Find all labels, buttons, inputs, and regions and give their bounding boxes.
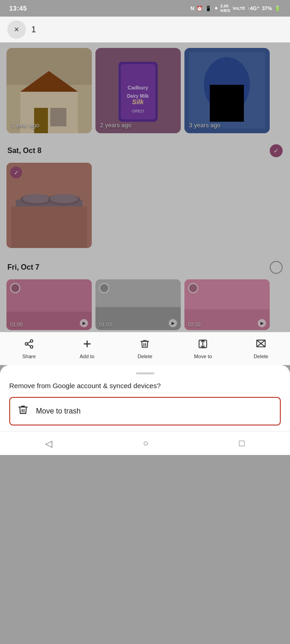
data-speed: 2.00KB/S	[220, 4, 231, 13]
svg-text:Silk: Silk	[132, 98, 144, 106]
date-label-fri: Fri, Oct 7	[7, 263, 39, 272]
video-play-3[interactable]: ▶	[258, 319, 266, 327]
volte-icon: VoLTE	[233, 6, 245, 11]
svg-rect-16	[210, 85, 244, 122]
photo-grid-sat: ✓	[0, 161, 290, 250]
video-duration-1: 01:05	[10, 322, 23, 327]
memories-row: 1 year ago Cadbury Dairy Milk Silk OREO …	[0, 42, 290, 139]
clothes-photo	[184, 48, 270, 133]
close-button[interactable]: ×	[7, 20, 26, 39]
memory-thumb-house[interactable]: 1 year ago	[6, 48, 92, 133]
move-to-trash-button[interactable]: Move to trash	[9, 397, 281, 425]
memory-label-3years: 3 years ago	[189, 122, 220, 129]
memory-label-2years: 2 years ago	[100, 122, 131, 129]
video-thumb-3[interactable]: 02:32 ▶	[184, 279, 270, 330]
selected-check: ✓	[10, 166, 22, 178]
video-select-1[interactable]	[10, 283, 20, 293]
delete-icon	[140, 339, 150, 352]
toolbar-move[interactable]: Move to	[187, 339, 219, 359]
video-duration-3: 02:32	[188, 322, 201, 327]
memory-thumb-clothes[interactable]: 3 years ago	[184, 48, 270, 133]
toolbar-delete2[interactable]: Delete	[245, 339, 277, 359]
date-section-sat: Sat, Oct 8 ✓	[0, 139, 290, 161]
top-bar: × 1	[0, 17, 290, 42]
svg-text:Cadbury: Cadbury	[128, 85, 149, 90]
toolbar-add[interactable]: Add to	[71, 339, 103, 359]
svg-text:OREO: OREO	[132, 109, 144, 113]
toolbar-delete-label: Delete	[138, 354, 153, 359]
nav-bar: ◁ ○ □	[0, 431, 290, 455]
network-icon: ↑4G⁺	[248, 6, 260, 12]
bottom-sheet: Remove from Google account & synced devi…	[0, 365, 290, 431]
close-icon: ×	[14, 25, 19, 35]
svg-rect-4	[34, 108, 48, 133]
recent-nav-icon[interactable]: □	[239, 438, 245, 449]
video-select-3[interactable]	[188, 283, 198, 293]
date-check-sat[interactable]: ✓	[270, 144, 283, 157]
sheet-handle	[136, 372, 154, 374]
video-thumb-2[interactable]: 01:03 ▶	[95, 279, 181, 330]
svg-line-34	[28, 341, 30, 343]
back-nav-icon[interactable]: ◁	[45, 438, 52, 449]
vibrate-icon: 📳	[205, 6, 212, 12]
toolbar-delete[interactable]: Delete	[129, 339, 161, 359]
move-to-trash-label: Move to trash	[36, 407, 81, 415]
fri-row: 01:05 ▶ 01:03 ▶ 02:32 ▶	[0, 278, 290, 332]
house-photo	[6, 48, 92, 133]
selection-count: 1	[31, 25, 36, 35]
add-icon	[82, 339, 92, 352]
nfc-icon: N	[190, 6, 194, 11]
memory-label-1year: 1 year ago	[11, 122, 39, 129]
sheet-question: Remove from Google account & synced devi…	[9, 382, 281, 390]
toolbar-add-label: Add to	[80, 354, 95, 359]
video-thumb-1[interactable]: 01:05 ▶	[6, 279, 92, 330]
home-nav-icon[interactable]: ○	[143, 438, 148, 449]
status-bar: 13:45 N ⏰ 📳 ✦ 2.00KB/S VoLTE ↑4G⁺ 37% 🔋	[0, 0, 290, 17]
main-content: 1 year ago Cadbury Dairy Milk Silk OREO …	[0, 42, 290, 332]
chocolate-photo: Cadbury Dairy Milk Silk OREO	[95, 48, 181, 133]
svg-rect-5	[50, 108, 66, 126]
share-icon	[24, 339, 34, 352]
date-label-sat: Sat, Oct 8	[7, 147, 41, 155]
video-play-2[interactable]: ▶	[169, 319, 177, 327]
battery-percent: 37%	[262, 6, 272, 11]
toolbar-delete2-label: Delete	[254, 354, 268, 359]
status-time: 13:45	[9, 5, 27, 12]
delete2-icon	[256, 339, 266, 352]
video-duration-2: 01:03	[99, 322, 112, 327]
status-icons: N ⏰ 📳 ✦ 2.00KB/S VoLTE ↑4G⁺ 37% 🔋	[190, 4, 281, 13]
svg-line-33	[28, 344, 30, 346]
bluetooth-icon: ✦	[214, 6, 218, 12]
battery-icon: 🔋	[274, 6, 281, 12]
memory-thumb-chocolate[interactable]: Cadbury Dairy Milk Silk OREO 2 years ago	[95, 48, 181, 133]
toolbar-share[interactable]: Share	[13, 339, 45, 359]
toolbar-share-label: Share	[22, 354, 36, 359]
move-icon	[198, 339, 208, 352]
toolbar-move-label: Move to	[194, 354, 212, 359]
trash-icon	[18, 404, 29, 418]
video-select-2[interactable]	[99, 283, 109, 293]
date-circle-fri[interactable]	[270, 261, 283, 274]
alarm-icon: ⏰	[196, 6, 203, 12]
date-section-fri: Fri, Oct 7	[0, 255, 290, 278]
video-play-1[interactable]: ▶	[80, 319, 88, 327]
toolbar-row: Share Add to Delete	[0, 332, 290, 365]
svg-rect-25	[6, 312, 92, 330]
selected-photo-cooking[interactable]: ✓	[6, 163, 92, 248]
